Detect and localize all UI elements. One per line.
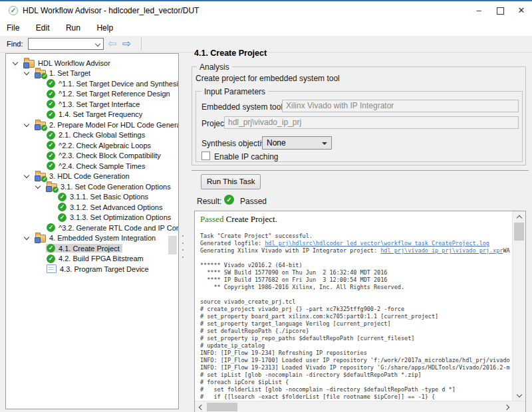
synthesis-objective-select[interactable]: None [262,136,332,150]
tree-item[interactable]: ^1.1. Set Target Device and Synthesis To… [6,78,178,89]
tree-item[interactable]: 4. Embedded System Integration [6,233,178,244]
log-text: # foreach ipCore $ipList { [200,379,289,385]
tree-item[interactable]: 1.4. Set Target Frequency [6,110,178,120]
tree-item-label: 3. HDL Code Generation [49,172,130,180]
input-parameters-label: Input Parameters [201,87,268,96]
log-text: Generating Xilinx Vivado with IP Integra… [200,247,380,254]
scrollbar-corner [513,401,525,412]
find-previous-button[interactable]: ⇦ [108,37,116,51]
chevron-down-icon[interactable] [11,62,23,64]
chevron-down-icon[interactable] [23,237,35,239]
tree-item-label: 4.1. Create Project [59,245,120,253]
task-passed-icon [58,193,66,201]
task-passed-icon [47,131,55,140]
log-horizontal-scrollbar[interactable] [195,401,525,412]
run-this-task-button[interactable]: Run This Task [201,174,261,189]
log-text: # update_ip_catalog [200,342,265,349]
find-next-button[interactable]: ⇨ [122,37,131,51]
enable-ip-caching-checkbox[interactable] [201,152,210,160]
tree-scrollbar-thumb[interactable] [168,236,177,255]
panel-splitter[interactable] [181,235,185,258]
task-passed-icon [47,141,55,150]
maximize-button[interactable] [489,1,511,20]
tree-item[interactable]: 1. Set Target [6,68,178,79]
scroll-down-button[interactable] [513,390,525,401]
minimize-button[interactable]: – [468,1,489,20]
menu-file[interactable]: File [0,21,26,33]
folder-check-icon [47,183,57,191]
log-text: # if {[lsearch -exact $folderList [file … [200,393,435,400]
tree-item-label: 3.1.1. Set Basic Options [70,193,148,201]
chevron-down-icon[interactable] [34,185,46,188]
log-text: # set defaultRepoPath {./ipcore} [200,328,309,334]
section-divider [192,170,529,171]
find-input[interactable] [28,38,104,50]
log-text: Passed [200,214,223,224]
task-passed-icon [47,161,55,170]
tree-item[interactable]: 4.3. Program Target Device [6,264,178,274]
tree-item-label: 3.1.3. Set Optimization Options [70,213,171,221]
toolbar-separator [141,37,142,51]
tree-item[interactable]: ^3.2. Generate RTL Code and IP Core [6,223,178,233]
tree-item[interactable]: ^2.4. Check Sample Times [6,161,178,171]
task-passed-icon [47,152,55,160]
tree-item[interactable]: 4.1. Create Project [6,243,178,254]
tree-item[interactable]: 3.1.1. Set Basic Options [6,192,178,203]
tree-item[interactable]: ^1.3. Set Target Interface [6,99,178,110]
title-bar: HDL Workflow Advisor - hdlcoder_led_vect… [0,1,532,21]
log-file-link[interactable]: hdl_prj\vivado_ip_prj\vivado_prj.xpr [380,247,503,254]
tree-item[interactable]: HDL Workflow Advisor [6,58,178,68]
scroll-right-button[interactable] [502,401,513,412]
scroll-left-button[interactable] [195,401,205,412]
tree-item[interactable]: 2.1. Check Global Settings [6,130,178,141]
tree-item[interactable]: 4.2. Build FPGA Bitstream [6,254,178,264]
tree-item-label: 4.2. Build FPGA Bitstream [59,255,144,262]
log-text: **** IP Build 1577682 on Fri Jun 3 12:00… [200,276,387,283]
tree-item[interactable]: 3.1.3. Set Optimization Options [6,213,178,223]
tree-item-label: 2. Prepare Model For HDL Code Generation [49,121,179,129]
chevron-down-icon[interactable] [23,175,35,177]
folder-badge-icon [24,60,35,68]
close-button[interactable]: ✕ [511,1,532,20]
tree-item[interactable]: ^1.2. Set Target Reference Design [6,89,178,100]
result-value: Passed [240,197,267,206]
log-vertical-scrollbar[interactable] [512,211,525,401]
horizontal-scrollbar-thumb[interactable] [207,403,237,411]
log-text: ** Copyright 1986-2016 Xilinx, Inc. All … [200,284,404,290]
task-log-text: Passed Create Project. Task "Create Proj… [195,211,512,401]
task-passed-icon [58,203,66,211]
workflow-tree: HDL Workflow Advisor1. Set Target^1.1. S… [6,54,178,274]
vertical-scrollbar-thumb[interactable] [514,223,524,241]
log-text: INFO: [IP_Flow 19-234] Refreshing IP rep… [200,350,367,356]
menu-run[interactable]: Run [59,21,87,33]
tree-item[interactable]: 3.1. Set Code Generation Options [6,181,178,192]
folder-check-icon [35,70,46,78]
tree-item[interactable]: 3. HDL Code Generation [6,171,178,182]
task-passed-icon [47,244,55,253]
log-text: # set ipList [glob -nocomplain -director… [200,371,422,378]
folder-check-icon [35,173,46,181]
log-text: # set_property ip_repo_paths $defaultRep… [200,335,414,342]
find-label: Find: [7,40,23,48]
tree-item-label: ^3.2. Generate RTL Code and IP Core [59,224,179,232]
menu-help[interactable]: Help [90,21,120,33]
chevron-down-icon[interactable] [23,72,35,74]
task-passed-icon [47,223,55,232]
tree-item-label: 3.1. Set Code Generation Options [61,183,171,191]
scroll-up-button[interactable] [513,211,525,222]
chevron-down-icon[interactable] [23,124,35,126]
log-text: INFO: [IP_Flow 19-2313] Loaded Vivado IP… [200,364,510,371]
task-passed-icon [47,79,55,88]
log-text: Generated logfile: [200,240,265,247]
tree-item-label: ^1.3. Set Target Interface [59,100,140,108]
task-passed-icon [47,110,55,119]
menu-edit[interactable]: Edit [29,21,57,33]
tree-item[interactable]: ^2.2. Check Algebraic Loops [6,140,178,151]
tree-item-label: 4. Embedded System Integration [49,234,156,242]
dropdown-arrow-icon [322,142,327,145]
tree-item[interactable]: 3.1.2. Set Advanced Options [6,202,178,213]
tree-item[interactable]: 2. Prepare Model For HDL Code Generation [6,120,178,130]
log-file-link[interactable]: hdl_prj\hdlsrc\hdlcoder_led_vector\workf… [265,240,489,247]
tree-item[interactable]: ^2.3. Check Block Compatibility [6,151,178,161]
chevron-down-icon[interactable] [95,41,100,47]
